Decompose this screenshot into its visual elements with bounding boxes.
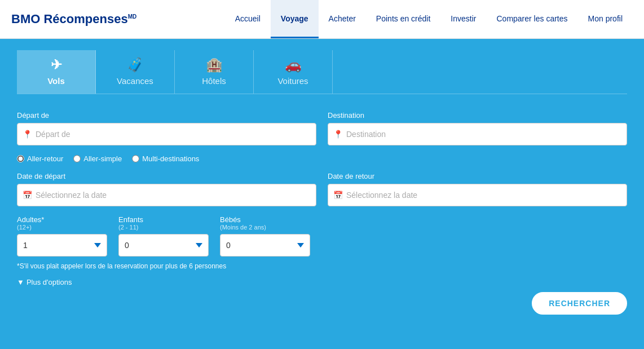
date-row: Date de départ 📅 Date de retour 📅 <box>17 172 627 206</box>
suitcase-icon: 🧳 <box>127 57 144 73</box>
passengers-row: Adultes* (12+) 1 2 3 4 5 6 Enfants (2 - … <box>17 215 627 257</box>
date-depart-wrapper: 📅 <box>17 184 316 206</box>
enfants-label: Enfants <box>118 215 209 224</box>
plane-icon: ✈ <box>51 57 62 73</box>
date-retour-label: Date de retour <box>328 172 627 180</box>
location-row: Départ de 📍 Destination 📍 <box>17 111 627 145</box>
adultes-sublabel: (12+) <box>17 224 107 231</box>
nav-item-comparer-cartes[interactable]: Comparer les cartes <box>486 0 577 38</box>
enfants-group: Enfants (2 - 11) 0 1 2 3 4 5 <box>118 215 209 257</box>
logo-sup: MD <box>128 14 137 20</box>
pin-icon-destination: 📍 <box>333 130 343 139</box>
flight-search-form: Départ de 📍 Destination 📍 Aller-retour <box>17 111 627 315</box>
booking-note: *S'il vous plait appeler lors de la rese… <box>17 262 627 270</box>
date-depart-input[interactable] <box>17 184 316 206</box>
nav-item-accueil[interactable]: Accueil <box>225 0 271 38</box>
date-retour-input[interactable] <box>328 184 627 206</box>
destination-label: Destination <box>328 111 627 120</box>
chevron-down-icon: ▼ <box>17 278 24 286</box>
tab-hotels[interactable]: 🏨 Hôtels <box>175 50 254 94</box>
depart-input[interactable] <box>17 123 316 145</box>
nav-item-points-credit[interactable]: Points en crédit <box>366 0 441 38</box>
adultes-label: Adultes* <box>17 215 107 224</box>
car-icon: 🚗 <box>285 57 302 73</box>
radio-aller-retour[interactable]: Aller-retour <box>17 154 63 163</box>
hotel-icon: 🏨 <box>206 57 223 73</box>
header: BMO RécompensesMD Accueil Voyage Acheter… <box>0 0 644 39</box>
logo-text: BMO Récompenses <box>11 12 128 26</box>
enfants-select[interactable]: 0 1 2 3 4 5 <box>118 234 209 257</box>
nav-item-voyage[interactable]: Voyage <box>271 0 319 38</box>
bebes-group: Bébés (Moins de 2 ans) 0 1 2 3 4 <box>220 215 310 257</box>
nav-item-investir[interactable]: Investir <box>440 0 486 38</box>
pin-icon-depart: 📍 <box>23 130 32 139</box>
search-button-row: RECHERCHER <box>17 292 627 315</box>
enfants-sublabel: (2 - 11) <box>118 224 209 231</box>
date-retour-wrapper: 📅 <box>328 184 627 206</box>
date-retour-group: Date de retour 📅 <box>328 172 627 206</box>
radio-aller-simple[interactable]: Aller-simple <box>73 154 122 163</box>
trip-type-radio-group: Aller-retour Aller-simple Multi-destinat… <box>17 154 627 163</box>
category-tabs: ✈ Vols 🧳 Vacances 🏨 Hôtels 🚗 Voitures <box>17 50 627 94</box>
bebes-select[interactable]: 0 1 2 3 4 <box>220 234 310 257</box>
depart-label: Départ de <box>17 111 316 120</box>
date-depart-label: Date de départ <box>17 172 316 180</box>
depart-group: Départ de 📍 <box>17 111 316 145</box>
main-content: ✈ Vols 🧳 Vacances 🏨 Hôtels 🚗 Voitures Dé… <box>0 39 644 349</box>
calendar-icon-retour: 📅 <box>333 191 343 200</box>
logo: BMO RécompensesMD <box>11 12 136 26</box>
date-depart-group: Date de départ 📅 <box>17 172 316 206</box>
depart-input-wrapper: 📍 <box>17 123 316 145</box>
search-button[interactable]: RECHERCHER <box>532 292 627 315</box>
adultes-select[interactable]: 1 2 3 4 5 6 <box>17 234 107 257</box>
tab-vols[interactable]: ✈ Vols <box>17 50 96 94</box>
destination-input[interactable] <box>328 123 627 145</box>
calendar-icon-depart: 📅 <box>23 191 32 200</box>
bebes-sublabel: (Moins de 2 ans) <box>220 224 310 231</box>
tab-voitures[interactable]: 🚗 Voitures <box>254 50 333 94</box>
tab-vacances[interactable]: 🧳 Vacances <box>96 50 175 94</box>
radio-multi-destinations[interactable]: Multi-destinations <box>132 154 199 163</box>
destination-group: Destination 📍 <box>328 111 627 145</box>
destination-input-wrapper: 📍 <box>328 123 627 145</box>
bebes-label: Bébés <box>220 215 310 224</box>
nav-item-acheter[interactable]: Acheter <box>319 0 366 38</box>
more-options-link[interactable]: ▼ Plus d'options <box>17 278 627 286</box>
nav-item-mon-profil[interactable]: Mon profil <box>578 0 633 38</box>
adultes-group: Adultes* (12+) 1 2 3 4 5 6 <box>17 215 107 257</box>
main-nav: Accueil Voyage Acheter Points en crédit … <box>225 0 633 38</box>
